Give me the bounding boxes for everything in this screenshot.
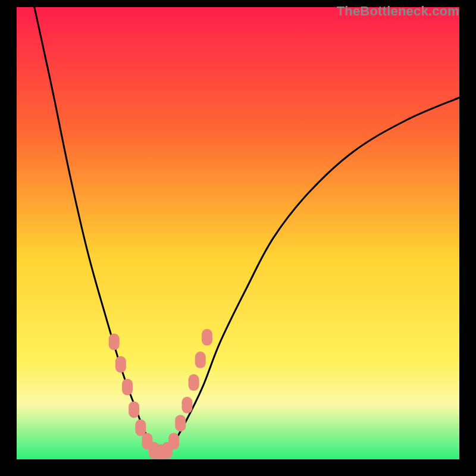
data-marker (115, 356, 126, 372)
data-marker (202, 329, 212, 346)
bottleneck-chart (17, 7, 459, 459)
data-marker (195, 352, 206, 368)
data-marker (175, 415, 186, 431)
data-marker (135, 419, 146, 436)
data-marker (129, 401, 139, 418)
data-marker (122, 378, 133, 395)
data-marker (168, 433, 179, 450)
data-marker (181, 397, 192, 414)
data-marker (109, 333, 120, 350)
watermark-text: TheBottleneck.com (337, 4, 459, 19)
chart-frame (17, 7, 459, 459)
data-marker (189, 374, 199, 391)
